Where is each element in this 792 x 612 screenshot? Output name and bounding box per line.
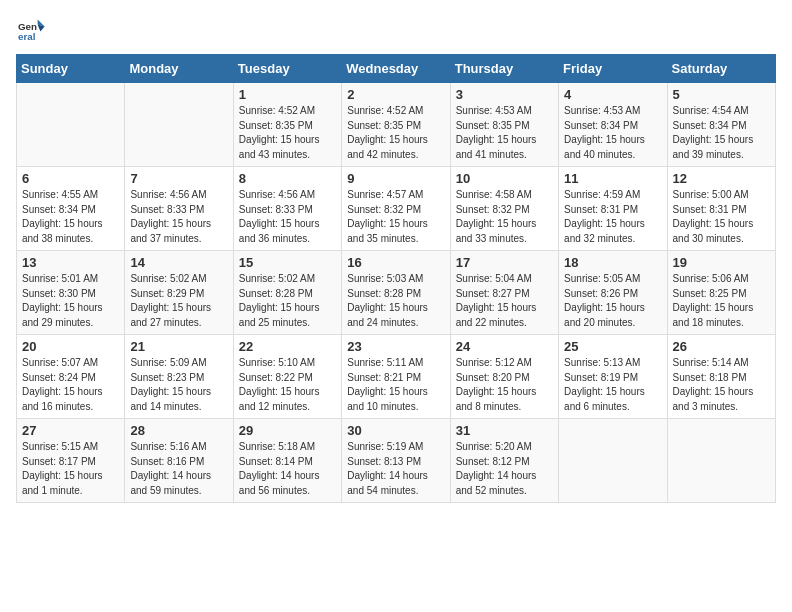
calendar-cell: 30Sunrise: 5:19 AM Sunset: 8:13 PM Dayli…	[342, 419, 450, 503]
day-info: Sunrise: 4:52 AM Sunset: 8:35 PM Dayligh…	[347, 104, 444, 162]
weekday-header-row: SundayMondayTuesdayWednesdayThursdayFrid…	[17, 55, 776, 83]
logo: Gen eral	[16, 16, 48, 44]
day-info: Sunrise: 4:58 AM Sunset: 8:32 PM Dayligh…	[456, 188, 553, 246]
day-number: 29	[239, 423, 336, 438]
calendar-cell: 7Sunrise: 4:56 AM Sunset: 8:33 PM Daylig…	[125, 167, 233, 251]
day-number: 2	[347, 87, 444, 102]
day-number: 23	[347, 339, 444, 354]
weekday-header-tuesday: Tuesday	[233, 55, 341, 83]
day-info: Sunrise: 4:53 AM Sunset: 8:34 PM Dayligh…	[564, 104, 661, 162]
calendar-cell: 20Sunrise: 5:07 AM Sunset: 8:24 PM Dayli…	[17, 335, 125, 419]
day-info: Sunrise: 4:57 AM Sunset: 8:32 PM Dayligh…	[347, 188, 444, 246]
svg-text:eral: eral	[18, 31, 36, 42]
day-number: 16	[347, 255, 444, 270]
day-number: 20	[22, 339, 119, 354]
day-number: 26	[673, 339, 770, 354]
calendar-week-1: 1Sunrise: 4:52 AM Sunset: 8:35 PM Daylig…	[17, 83, 776, 167]
day-number: 24	[456, 339, 553, 354]
weekday-header-sunday: Sunday	[17, 55, 125, 83]
calendar-table: SundayMondayTuesdayWednesdayThursdayFrid…	[16, 54, 776, 503]
day-number: 8	[239, 171, 336, 186]
calendar-cell: 29Sunrise: 5:18 AM Sunset: 8:14 PM Dayli…	[233, 419, 341, 503]
logo-icon: Gen eral	[18, 16, 46, 44]
day-info: Sunrise: 4:56 AM Sunset: 8:33 PM Dayligh…	[130, 188, 227, 246]
calendar-cell: 22Sunrise: 5:10 AM Sunset: 8:22 PM Dayli…	[233, 335, 341, 419]
day-info: Sunrise: 5:15 AM Sunset: 8:17 PM Dayligh…	[22, 440, 119, 498]
day-number: 18	[564, 255, 661, 270]
calendar-cell: 4Sunrise: 4:53 AM Sunset: 8:34 PM Daylig…	[559, 83, 667, 167]
calendar-cell: 27Sunrise: 5:15 AM Sunset: 8:17 PM Dayli…	[17, 419, 125, 503]
calendar-cell: 1Sunrise: 4:52 AM Sunset: 8:35 PM Daylig…	[233, 83, 341, 167]
calendar-cell: 11Sunrise: 4:59 AM Sunset: 8:31 PM Dayli…	[559, 167, 667, 251]
day-number: 6	[22, 171, 119, 186]
day-number: 25	[564, 339, 661, 354]
calendar-cell	[125, 83, 233, 167]
calendar-cell: 21Sunrise: 5:09 AM Sunset: 8:23 PM Dayli…	[125, 335, 233, 419]
weekday-header-monday: Monday	[125, 55, 233, 83]
day-info: Sunrise: 4:59 AM Sunset: 8:31 PM Dayligh…	[564, 188, 661, 246]
calendar-cell: 23Sunrise: 5:11 AM Sunset: 8:21 PM Dayli…	[342, 335, 450, 419]
calendar-body: 1Sunrise: 4:52 AM Sunset: 8:35 PM Daylig…	[17, 83, 776, 503]
calendar-cell: 5Sunrise: 4:54 AM Sunset: 8:34 PM Daylig…	[667, 83, 775, 167]
day-number: 17	[456, 255, 553, 270]
calendar-header: SundayMondayTuesdayWednesdayThursdayFrid…	[17, 55, 776, 83]
day-info: Sunrise: 5:19 AM Sunset: 8:13 PM Dayligh…	[347, 440, 444, 498]
calendar-week-4: 20Sunrise: 5:07 AM Sunset: 8:24 PM Dayli…	[17, 335, 776, 419]
day-info: Sunrise: 5:18 AM Sunset: 8:14 PM Dayligh…	[239, 440, 336, 498]
day-number: 15	[239, 255, 336, 270]
calendar-cell: 15Sunrise: 5:02 AM Sunset: 8:28 PM Dayli…	[233, 251, 341, 335]
day-number: 4	[564, 87, 661, 102]
weekday-header-friday: Friday	[559, 55, 667, 83]
day-number: 30	[347, 423, 444, 438]
day-info: Sunrise: 5:20 AM Sunset: 8:12 PM Dayligh…	[456, 440, 553, 498]
day-number: 11	[564, 171, 661, 186]
day-info: Sunrise: 5:04 AM Sunset: 8:27 PM Dayligh…	[456, 272, 553, 330]
calendar-cell: 16Sunrise: 5:03 AM Sunset: 8:28 PM Dayli…	[342, 251, 450, 335]
calendar-week-5: 27Sunrise: 5:15 AM Sunset: 8:17 PM Dayli…	[17, 419, 776, 503]
day-number: 19	[673, 255, 770, 270]
day-info: Sunrise: 5:09 AM Sunset: 8:23 PM Dayligh…	[130, 356, 227, 414]
day-number: 7	[130, 171, 227, 186]
calendar-cell: 3Sunrise: 4:53 AM Sunset: 8:35 PM Daylig…	[450, 83, 558, 167]
day-info: Sunrise: 5:12 AM Sunset: 8:20 PM Dayligh…	[456, 356, 553, 414]
calendar-cell	[667, 419, 775, 503]
calendar-cell: 2Sunrise: 4:52 AM Sunset: 8:35 PM Daylig…	[342, 83, 450, 167]
day-number: 31	[456, 423, 553, 438]
day-number: 1	[239, 87, 336, 102]
day-number: 3	[456, 87, 553, 102]
day-number: 27	[22, 423, 119, 438]
calendar-cell: 18Sunrise: 5:05 AM Sunset: 8:26 PM Dayli…	[559, 251, 667, 335]
day-info: Sunrise: 5:16 AM Sunset: 8:16 PM Dayligh…	[130, 440, 227, 498]
calendar-cell: 26Sunrise: 5:14 AM Sunset: 8:18 PM Dayli…	[667, 335, 775, 419]
day-info: Sunrise: 4:53 AM Sunset: 8:35 PM Dayligh…	[456, 104, 553, 162]
day-number: 28	[130, 423, 227, 438]
day-info: Sunrise: 4:56 AM Sunset: 8:33 PM Dayligh…	[239, 188, 336, 246]
day-number: 9	[347, 171, 444, 186]
calendar-cell: 19Sunrise: 5:06 AM Sunset: 8:25 PM Dayli…	[667, 251, 775, 335]
calendar-cell: 25Sunrise: 5:13 AM Sunset: 8:19 PM Dayli…	[559, 335, 667, 419]
calendar-week-2: 6Sunrise: 4:55 AM Sunset: 8:34 PM Daylig…	[17, 167, 776, 251]
day-info: Sunrise: 5:05 AM Sunset: 8:26 PM Dayligh…	[564, 272, 661, 330]
day-number: 22	[239, 339, 336, 354]
calendar-cell: 17Sunrise: 5:04 AM Sunset: 8:27 PM Dayli…	[450, 251, 558, 335]
calendar-cell: 10Sunrise: 4:58 AM Sunset: 8:32 PM Dayli…	[450, 167, 558, 251]
day-number: 12	[673, 171, 770, 186]
day-info: Sunrise: 5:07 AM Sunset: 8:24 PM Dayligh…	[22, 356, 119, 414]
day-info: Sunrise: 4:54 AM Sunset: 8:34 PM Dayligh…	[673, 104, 770, 162]
day-info: Sunrise: 5:02 AM Sunset: 8:29 PM Dayligh…	[130, 272, 227, 330]
day-info: Sunrise: 5:10 AM Sunset: 8:22 PM Dayligh…	[239, 356, 336, 414]
day-info: Sunrise: 5:02 AM Sunset: 8:28 PM Dayligh…	[239, 272, 336, 330]
day-info: Sunrise: 5:14 AM Sunset: 8:18 PM Dayligh…	[673, 356, 770, 414]
calendar-cell: 6Sunrise: 4:55 AM Sunset: 8:34 PM Daylig…	[17, 167, 125, 251]
calendar-cell: 24Sunrise: 5:12 AM Sunset: 8:20 PM Dayli…	[450, 335, 558, 419]
day-number: 13	[22, 255, 119, 270]
day-info: Sunrise: 5:03 AM Sunset: 8:28 PM Dayligh…	[347, 272, 444, 330]
calendar-cell: 12Sunrise: 5:00 AM Sunset: 8:31 PM Dayli…	[667, 167, 775, 251]
day-number: 10	[456, 171, 553, 186]
calendar-cell	[559, 419, 667, 503]
day-info: Sunrise: 4:52 AM Sunset: 8:35 PM Dayligh…	[239, 104, 336, 162]
calendar-cell: 14Sunrise: 5:02 AM Sunset: 8:29 PM Dayli…	[125, 251, 233, 335]
calendar-cell: 31Sunrise: 5:20 AM Sunset: 8:12 PM Dayli…	[450, 419, 558, 503]
page-header: Gen eral	[16, 16, 776, 44]
day-number: 5	[673, 87, 770, 102]
